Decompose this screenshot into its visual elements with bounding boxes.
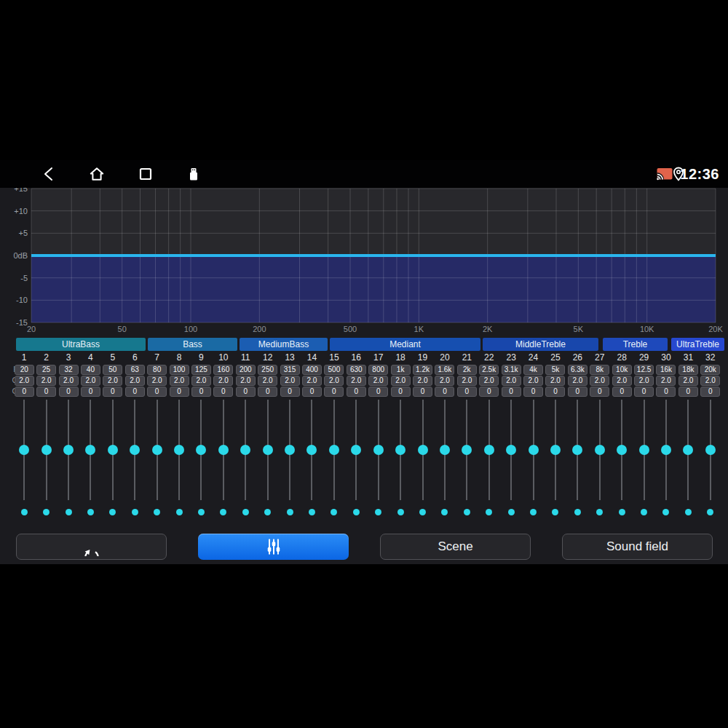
slider-knob[interactable] xyxy=(395,445,405,455)
slider-knob[interactable] xyxy=(85,445,95,455)
band-number: 17 xyxy=(368,352,389,363)
band-slider[interactable] xyxy=(611,400,633,500)
band-gain-value: 0 xyxy=(324,387,344,397)
band-number: 21 xyxy=(456,352,478,363)
band-gain-value-cell: 0 xyxy=(500,386,522,397)
slider-knob[interactable] xyxy=(285,445,295,455)
scene-button[interactable]: Scene xyxy=(380,534,531,560)
sound-field-button[interactable]: Sound field xyxy=(562,534,713,560)
slider-knob[interactable] xyxy=(218,445,229,455)
band-slider[interactable] xyxy=(256,400,278,500)
band-number: 24 xyxy=(522,352,544,363)
band-number: 14 xyxy=(301,352,323,363)
slider-knob[interactable] xyxy=(506,445,516,455)
slider-knob[interactable] xyxy=(351,445,361,455)
band-slider[interactable] xyxy=(13,400,35,500)
band-slider[interactable] xyxy=(677,400,699,500)
svg-text:10K: 10K xyxy=(640,325,654,333)
slider-knob[interactable] xyxy=(529,445,539,455)
slider-knob[interactable] xyxy=(174,445,184,455)
band-slider[interactable] xyxy=(655,400,677,500)
slider-knob[interactable] xyxy=(705,445,716,455)
slider-knob[interactable] xyxy=(639,445,649,455)
slider-knob[interactable] xyxy=(440,445,450,455)
band-slider[interactable] xyxy=(522,400,544,500)
band-slider[interactable] xyxy=(279,400,301,500)
band-indicator xyxy=(389,508,411,515)
recents-icon[interactable] xyxy=(138,165,154,183)
band-gain-value: 0 xyxy=(656,387,676,397)
band-gain-value: 0 xyxy=(590,387,609,397)
slider-knob[interactable] xyxy=(373,445,384,455)
band-slider[interactable] xyxy=(102,400,124,500)
band-slider[interactable] xyxy=(589,400,611,500)
band-number: 19 xyxy=(411,352,433,363)
band-slider[interactable] xyxy=(389,400,411,500)
band-slider[interactable] xyxy=(146,400,167,500)
band-slider[interactable] xyxy=(434,400,456,500)
slider-knob[interactable] xyxy=(484,445,494,455)
band-slider[interactable] xyxy=(545,400,566,500)
back-icon[interactable] xyxy=(41,165,57,183)
slider-knob[interactable] xyxy=(263,445,273,455)
slider-knob[interactable] xyxy=(196,445,206,455)
slider-knob[interactable] xyxy=(329,445,339,455)
band-slider[interactable] xyxy=(190,400,212,500)
band-slider[interactable] xyxy=(456,400,478,500)
band-slider[interactable] xyxy=(234,400,256,500)
slider-knob[interactable] xyxy=(595,445,605,455)
band-indicator xyxy=(677,508,699,515)
band-indicator xyxy=(102,508,124,515)
band-slider[interactable] xyxy=(633,400,654,500)
band-number: 28 xyxy=(611,352,633,363)
band-slider[interactable] xyxy=(700,400,721,500)
band-slider[interactable] xyxy=(124,400,146,500)
band-slider[interactable] xyxy=(411,400,433,500)
band-q-value-cell: 2.0 xyxy=(478,375,500,386)
band-slider[interactable] xyxy=(478,400,500,500)
band-q-value: 2.0 xyxy=(213,376,233,386)
slider-knob[interactable] xyxy=(572,445,582,455)
slider-knob[interactable] xyxy=(108,445,118,455)
band-gain-value-cell: 0 xyxy=(545,386,566,397)
head-unit-screen: 12:36 +15+10+50dB-5-10-1520501002005001K… xyxy=(0,160,728,564)
band-slider[interactable] xyxy=(500,400,522,500)
slider-knob[interactable] xyxy=(63,445,74,455)
band-slider[interactable] xyxy=(168,400,190,500)
band-slider[interactable] xyxy=(368,400,389,500)
band-number: 12 xyxy=(256,352,278,363)
slider-knob[interactable] xyxy=(617,445,627,455)
slider-knob[interactable] xyxy=(661,445,671,455)
slider-knob[interactable] xyxy=(240,445,250,455)
band-freq-value: 8k xyxy=(590,365,609,375)
slider-knob[interactable] xyxy=(130,445,140,455)
band-indicator xyxy=(589,508,611,515)
band-q-value: 2.0 xyxy=(634,376,654,386)
band-slider[interactable] xyxy=(323,400,345,500)
home-icon[interactable] xyxy=(88,165,106,183)
slider-knob[interactable] xyxy=(41,445,52,455)
band-gain-value-cell: 0 xyxy=(389,386,411,397)
band-slider[interactable] xyxy=(58,400,79,500)
slider-knob[interactable] xyxy=(683,445,693,455)
cast-icon xyxy=(657,167,673,181)
equalizer-button[interactable] xyxy=(198,534,349,560)
band-slider[interactable] xyxy=(566,400,588,500)
band-indicator xyxy=(522,508,544,515)
band-slider[interactable] xyxy=(79,400,101,500)
band-freq-value-cell: 10k xyxy=(611,364,633,375)
slider-knob[interactable] xyxy=(19,445,29,455)
band-slider[interactable] xyxy=(345,400,367,500)
band-slider[interactable] xyxy=(301,400,323,500)
band-slider[interactable] xyxy=(35,400,57,500)
slider-knob[interactable] xyxy=(418,445,428,455)
band-slider[interactable] xyxy=(213,400,234,500)
slider-knob[interactable] xyxy=(306,445,317,455)
band-indicator-dot xyxy=(287,509,293,515)
slider-knob[interactable] xyxy=(550,445,561,455)
slider-knob[interactable] xyxy=(462,445,472,455)
slider-knob[interactable] xyxy=(152,445,162,455)
reset-button[interactable] xyxy=(16,534,167,560)
band-freq-value-cell: 12.5 xyxy=(633,364,654,375)
band-q-value: 2.0 xyxy=(656,376,676,386)
